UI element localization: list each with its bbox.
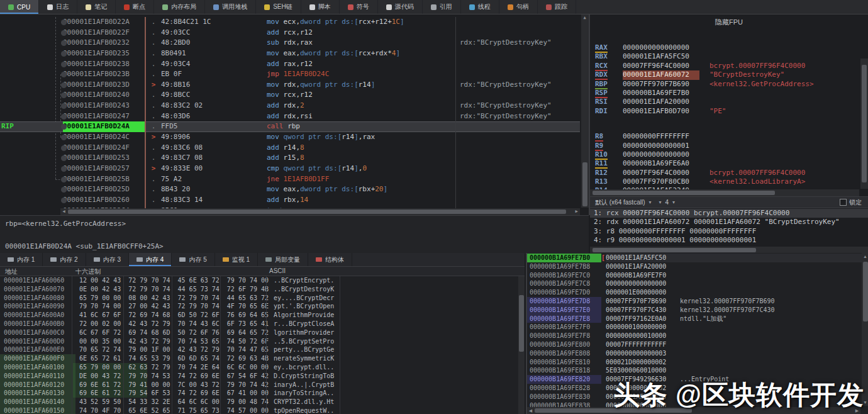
register-value[interactable]: 00007FF96F4C0000 [623, 62, 699, 70]
argument-row-4[interactable]: 4: r9 0000000000000001 0000000000000001 [590, 236, 868, 245]
breakpoint-dot-icon[interactable] [61, 51, 67, 57]
stack-row[interactable]: 000000B1A69FE7C80000000000000000 [527, 279, 862, 288]
breakpoint-dot-icon[interactable] [61, 145, 67, 151]
dump-row[interactable]: 000001E1AFA60150 74 70 4F 70 65 6E 52 65… [0, 406, 518, 414]
register-row-rbx[interactable]: RBX000001E1AFA5FC50 [595, 52, 858, 61]
breakpoint-dot-icon[interactable] [61, 82, 67, 88]
breakpoint-gutter[interactable] [0, 143, 63, 154]
breakpoint-dot-icon[interactable] [61, 114, 67, 120]
menu-tab-线程[interactable]: 线程 [461, 0, 499, 14]
register-row-r12[interactable]: R1200007FF96F4C0000bcrypt.00007FF96F4C00… [595, 169, 858, 177]
menu-tab-日志[interactable]: 日志 [39, 0, 77, 14]
chevron-down-icon[interactable]: ▾ [645, 199, 655, 205]
register-value[interactable]: 000000B1A69FE7B0 [623, 89, 699, 98]
register-row-rsp[interactable]: RSP000000B1A69FE7B0 [595, 89, 858, 98]
disasm-row[interactable]: 000001E1AFB0D24C>49:8906mov qword ptr ds… [0, 132, 580, 143]
breakpoint-dot-icon[interactable] [61, 177, 67, 182]
register-row-rsi[interactable]: RSI000001E1AFA20000 [595, 98, 858, 106]
dump-row[interactable]: 000001E1AFA60120 69 6E 61 72 79 41 00 00… [0, 381, 518, 389]
dump-tab-内存 1[interactable]: 内存 1 [0, 253, 43, 266]
breakpoint-gutter[interactable] [0, 38, 63, 48]
breakpoint-gutter[interactable] [0, 195, 63, 206]
register-value[interactable]: 0000000000000001 [623, 142, 699, 150]
breakpoint-gutter[interactable] [0, 153, 63, 164]
disasm-row[interactable]: 000001E1AFB0D24F.49:83C6 08add r14,8 [0, 143, 580, 154]
stack-row[interactable]: 000000B1A69FE7B8000001E1AFA20000 [527, 262, 862, 271]
breakpoint-gutter[interactable] [0, 90, 63, 101]
dump-tab-内存 2[interactable]: 内存 2 [43, 253, 86, 266]
breakpoint-dot-icon[interactable] [61, 30, 67, 36]
dump-row[interactable]: 000001E1AFA600A0 41 6C 67 6F 72 69 74 68… [0, 311, 518, 320]
menu-tab-内存布局[interactable]: 内存布局 [154, 0, 205, 14]
breakpoint-gutter[interactable] [0, 80, 63, 91]
register-value[interactable]: 000001E1AFA5FC50 [623, 52, 699, 61]
argument-row-1[interactable]: 1: rcx 00007FF96F4C0000 bcrypt.00007FF96… [590, 209, 868, 218]
menu-tab-跟踪[interactable]: 跟踪 [538, 0, 576, 14]
stack-row[interactable]: 000000B1A69FE7E800007FF97162E0A0ntdll."L… [527, 315, 862, 323]
breakpoint-gutter[interactable] [0, 174, 63, 185]
menu-tab-句柄[interactable]: 句柄 [499, 0, 538, 14]
dump-tab-内存 3[interactable]: 内存 3 [86, 253, 129, 266]
breakpoint-gutter[interactable] [0, 206, 63, 215]
dump-tab-局部变量[interactable]: 局部变量 [258, 253, 308, 266]
dump-row[interactable]: 000001E1AFA60130 69 6E 61 72 79 54 6F 53… [0, 389, 518, 398]
dump-tab-内存 4[interactable]: 内存 4 [129, 253, 172, 266]
stack-row[interactable]: 000000B1A69FE7C0000000B1A69FE7F0 [527, 271, 862, 280]
disasm-row[interactable]: 000001E1AFB0D25D.8B43 20mov eax,dword pt… [0, 184, 580, 195]
breakpoint-gutter[interactable] [0, 48, 63, 59]
stack-row[interactable]: 000000B1A69FE7D00000001E00000000 [527, 288, 862, 297]
disasm-row[interactable]: 000001E1AFB0D247.48:03D6add rdx,rsirdx:"… [0, 111, 580, 122]
disasm-row[interactable]: 000001E1AFB0D22F.49:03CCadd rcx,r12 [0, 28, 580, 38]
disasm-row[interactable]: 000001E1AFB0D253.49:83C7 08add r15,8 [0, 153, 580, 164]
register-row-r11[interactable]: R11000000B1A69FE6A0 [595, 159, 858, 168]
breakpoint-gutter[interactable] [0, 28, 63, 38]
breakpoint-dot-icon[interactable] [61, 135, 67, 140]
dump-row[interactable]: 000001E1AFA600F0 6E 65 72 61 74 65 53 79… [0, 354, 518, 363]
dump-v-scrollbar[interactable] [518, 276, 525, 414]
menu-tab-源代码[interactable]: 源代码 [378, 0, 423, 14]
disasm-v-scrollbar-thumb[interactable] [582, 162, 587, 206]
stack-row[interactable]: 000000B1A69FE7E000007FF970F7C430kernel32… [527, 306, 862, 315]
menu-tab-脚本[interactable]: 脚本 [301, 0, 340, 14]
breakpoint-gutter[interactable] [0, 69, 63, 80]
stack-row[interactable]: 000000B1A69FE810000021D000000002 [527, 358, 862, 367]
stack-row[interactable]: 000000B1A69FE7F00000000100000000 [527, 323, 862, 332]
menu-tab-符号[interactable]: 符号 [340, 0, 378, 14]
breakpoint-gutter[interactable] [0, 184, 63, 195]
dump-row[interactable]: 000001E1AFA600B0 72 00 02 00 42 43 72 79… [0, 320, 518, 328]
disasm-h-scrollbar[interactable]: ◀ ▶ [60, 208, 580, 215]
dump-row[interactable]: 000001E1AFA60090 79 70 74 00 27 00 42 43… [0, 302, 518, 311]
calling-convention-select[interactable]: 默认 (x64 fastcall) [590, 198, 645, 207]
lock-checkbox[interactable] [840, 199, 847, 206]
breakpoint-dot-icon[interactable] [61, 20, 67, 25]
disasm-row[interactable]: RIP000001E1AFB0D24A.FFD5call rbp [0, 121, 580, 132]
dump-v-scrollbar-thumb[interactable] [519, 295, 524, 352]
register-value[interactable]: 0000000000000000 [623, 150, 699, 159]
breakpoint-gutter[interactable] [0, 101, 63, 111]
breakpoint-gutter[interactable] [0, 17, 63, 28]
stack-v-scrollbar-thumb[interactable] [863, 262, 868, 322]
register-row-r9[interactable]: R90000000000000001 [595, 142, 858, 150]
register-row-rcx[interactable]: RCX00007FF96F4C0000bcrypt.00007FF96F4C00… [595, 62, 858, 70]
argument-row-2[interactable]: 2: rdx 000001E1AFA60072 000001E1AFA60072… [590, 218, 868, 227]
dump-row[interactable]: 000001E1AFA600E0 70 65 72 74 79 00 1F 00… [0, 345, 518, 354]
menu-tab-引用[interactable]: 引用 [423, 0, 461, 14]
stack-row[interactable]: 000000B1A69FE8185E03000060010000 [527, 366, 862, 375]
disasm-row[interactable]: 000001E1AFB0D235.8B0491mov eax,dword ptr… [0, 48, 580, 59]
register-value[interactable]: 00007FF96F4C0000 [623, 169, 699, 177]
disasm-row[interactable]: 000001E1AFB0D260.48:83C3 14add rbx,14 [0, 195, 580, 206]
register-row-r8[interactable]: R800000000FFFFFFFF [595, 132, 858, 141]
register-row-rax[interactable]: RAX0000000000000000 [595, 43, 858, 52]
scroll-up-icon[interactable]: ▲ [862, 253, 868, 260]
argument-row-3[interactable]: 3: r8 00000000FFFFFFFF 00000000FFFFFFFF [590, 227, 868, 236]
stack-row[interactable]: 000000B1A69FE7D800007FF970F7B690kernel32… [527, 297, 862, 306]
disasm-h-scrollbar-thumb[interactable] [68, 210, 566, 214]
registers-v-scrollbar-thumb[interactable] [862, 65, 867, 182]
register-row-rdi[interactable]: RDI000001E1AFB0D700"PE" [595, 107, 858, 116]
disasm-row[interactable]: 000001E1AFB0D23D>49:8B16mov rdx,qword pt… [0, 80, 580, 91]
breakpoint-dot-icon[interactable] [61, 166, 67, 172]
dump-tab-内存 5[interactable]: 内存 5 [172, 253, 214, 266]
disasm-row[interactable]: 000001E1AFB0D257>49:833E 00cmp qword ptr… [0, 164, 580, 174]
register-row-rbp[interactable]: RBP00007FF970F7B690<kernel32.GetProcAddr… [595, 80, 858, 89]
register-value[interactable]: 000001E1AFA60072 [623, 70, 699, 79]
